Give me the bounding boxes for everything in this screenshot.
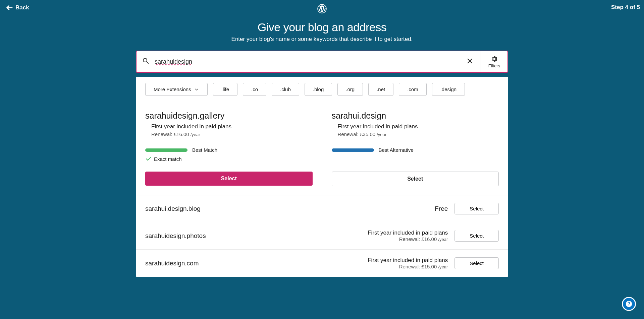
select-button[interactable]: Select <box>454 203 499 214</box>
chevron-down-icon <box>194 87 199 92</box>
clear-search-button[interactable] <box>465 56 475 68</box>
search-bar: Filters <box>136 51 508 73</box>
plan-info: First year included in paid plans <box>368 257 448 264</box>
domain-list-row: sarahuidesign.com First year included in… <box>136 250 508 277</box>
check-icon <box>145 155 152 162</box>
exact-match-indicator: Exact match <box>145 155 313 162</box>
more-extensions-button[interactable]: More Extensions <box>145 83 208 96</box>
select-button-primary[interactable]: Select <box>145 172 313 186</box>
search-icon <box>142 57 150 66</box>
extension-pill-club[interactable]: .club <box>272 83 299 96</box>
domain-list-row: sarahui.design.blog Free Select <box>136 195 508 222</box>
page-subtitle: Enter your blog's name or some keywords … <box>0 36 644 43</box>
domain-name: sarahui.design <box>332 111 499 121</box>
filters-button[interactable]: Filters <box>481 51 507 72</box>
help-button[interactable] <box>622 297 636 311</box>
plan-info: First year included in paid plans <box>332 123 499 130</box>
back-button[interactable]: Back <box>4 4 29 11</box>
back-label: Back <box>15 4 29 11</box>
domain-list-row: sarahuidesign.photos First year included… <box>136 222 508 250</box>
help-icon <box>625 300 633 308</box>
extension-pill-com[interactable]: .com <box>399 83 427 96</box>
price-free: Free <box>435 205 448 212</box>
domain-search-input[interactable] <box>150 58 465 65</box>
renewal-info: Renewal: £16.00 /year <box>368 236 448 242</box>
extension-pill-co[interactable]: .co <box>243 83 266 96</box>
renewal-info: Renewal: £15.00 /year <box>368 264 448 269</box>
match-badge: Best Alternative <box>379 147 414 153</box>
match-indicator-bar <box>145 148 187 152</box>
domain-name: sarahuidesign.com <box>145 260 361 267</box>
match-indicator-bar <box>332 148 374 152</box>
extension-pill-design[interactable]: .design <box>432 83 465 96</box>
featured-domain-best-alternative: sarahui.design First year included in pa… <box>322 102 508 195</box>
extension-pill-blog[interactable]: .blog <box>305 83 332 96</box>
arrow-left-icon <box>6 4 13 11</box>
select-button[interactable]: Select <box>332 172 499 186</box>
extension-pill-life[interactable]: .life <box>213 83 237 96</box>
plan-info: First year included in paid plans <box>145 123 313 130</box>
extension-pill-net[interactable]: .net <box>368 83 393 96</box>
domain-name: sarahui.design.blog <box>145 205 428 212</box>
featured-domain-best-match: sarahuidesign.gallery First year include… <box>136 102 322 195</box>
select-button[interactable]: Select <box>454 230 499 242</box>
match-badge: Best Match <box>192 147 217 153</box>
step-indicator: Step 4 of 5 <box>611 4 640 11</box>
domain-name: sarahuidesign.gallery <box>145 111 313 121</box>
exact-match-label: Exact match <box>154 156 182 162</box>
extension-pill-org[interactable]: .org <box>337 83 363 96</box>
renewal-info: Renewal: £16.00 /year <box>145 131 313 137</box>
page-title: Give your blog an address <box>0 21 644 34</box>
select-button[interactable]: Select <box>454 257 499 269</box>
extensions-row: More Extensions .life .co .club .blog .o… <box>136 77 508 102</box>
plan-info: First year included in paid plans <box>368 230 448 236</box>
filters-label: Filters <box>488 63 500 68</box>
domain-name: sarahuidesign.photos <box>145 232 361 240</box>
renewal-info: Renewal: £35.00 /year <box>332 131 499 137</box>
more-extensions-label: More Extensions <box>154 86 191 92</box>
gear-icon <box>491 55 498 63</box>
close-icon <box>466 57 474 65</box>
wordpress-logo <box>317 4 327 15</box>
